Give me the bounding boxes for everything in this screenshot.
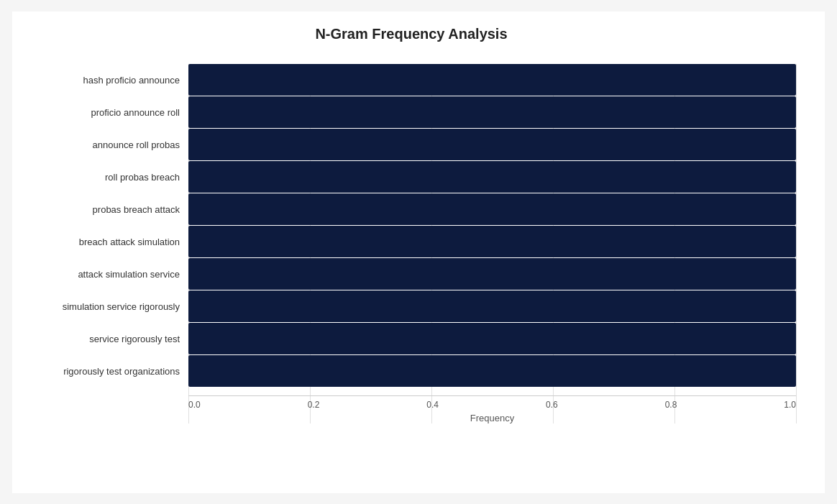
bar-fill: [188, 193, 796, 225]
bar-row: simulation service rigorously: [27, 290, 796, 323]
bar-fill: [188, 129, 796, 160]
bar-label: attack simulation service: [27, 269, 188, 280]
bar-label: proficio announce roll: [27, 107, 188, 118]
bar-row: service rigorously test: [27, 323, 796, 355]
bar-fill: [188, 226, 796, 257]
bar-track: [188, 96, 796, 128]
gridline-100: [796, 64, 797, 423]
bar-label: service rigorously test: [27, 334, 188, 344]
x-axis-labels: 0.00.20.40.60.81.0: [188, 396, 796, 410]
bar-fill: [188, 258, 796, 290]
bar-row: roll probas breach: [27, 161, 796, 193]
bar-label: hash proficio announce: [27, 75, 188, 86]
bar-row: proficio announce roll: [27, 96, 796, 129]
x-axis-tick-label: 0.0: [188, 400, 201, 410]
bar-fill: [188, 290, 796, 322]
x-axis: 0.00.20.40.60.81.0 Frequency: [188, 395, 796, 423]
bar-row: breach attack simulation: [27, 226, 796, 258]
bar-fill: [188, 96, 796, 128]
bar-label: breach attack simulation: [27, 237, 188, 247]
bar-label: announce roll probas: [27, 139, 188, 150]
bar-row: rigorously test organizations: [27, 355, 796, 388]
bar-track: [188, 290, 796, 322]
x-axis-tick-label: 0.4: [426, 400, 439, 410]
chart-area: hash proficio announceproficio announce …: [27, 64, 796, 388]
bar-label: probas breach attack: [27, 204, 188, 215]
bar-track: [188, 161, 796, 193]
bar-track: [188, 323, 796, 354]
bar-track: [188, 193, 796, 225]
bar-track: [188, 226, 796, 257]
x-axis-tick-label: 0.8: [665, 400, 677, 410]
bar-track: [188, 64, 796, 96]
bar-track: [188, 258, 796, 290]
x-axis-tick-label: 0.6: [546, 400, 558, 410]
bar-fill: [188, 355, 796, 387]
chart-container: N-Gram Frequency Analysis hash proficio …: [12, 12, 825, 493]
bar-label: rigorously test organizations: [27, 366, 188, 377]
x-axis-tick-label: 0.2: [308, 400, 320, 410]
chart-title: N-Gram Frequency Analysis: [27, 26, 796, 42]
x-axis-title: Frequency: [188, 413, 796, 423]
bar-track: [188, 355, 796, 387]
bar-label: roll probas breach: [27, 172, 188, 183]
bar-fill: [188, 161, 796, 193]
bar-label: simulation service rigorously: [27, 301, 188, 312]
bar-row: hash proficio announce: [27, 64, 796, 96]
bar-row: announce roll probas: [27, 129, 796, 161]
bar-fill: [188, 323, 796, 354]
bar-row: probas breach attack: [27, 193, 796, 226]
bar-fill: [188, 64, 796, 96]
bar-row: attack simulation service: [27, 258, 796, 290]
bar-track: [188, 129, 796, 160]
x-axis-tick-label: 1.0: [784, 400, 796, 410]
